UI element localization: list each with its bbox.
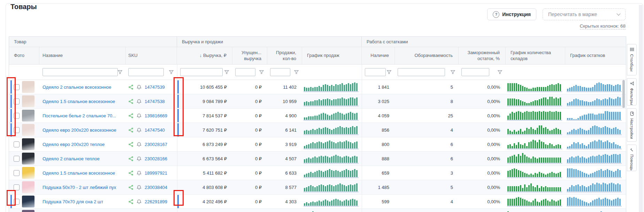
warehouses-chart[interactable] bbox=[507, 138, 561, 149]
filter-funnel-icon[interactable] bbox=[259, 70, 264, 74]
sales-chart[interactable] bbox=[304, 195, 358, 207]
page-scrollbar-track[interactable] bbox=[639, 5, 643, 212]
row-checkbox[interactable] bbox=[14, 113, 20, 119]
product-name-link[interactable]: Подушка 50x70 - 2 шт лебяжий пух bbox=[43, 185, 116, 190]
warehouses-chart[interactable] bbox=[507, 109, 561, 121]
turnover-filter-input[interactable] bbox=[398, 68, 445, 76]
sales-chart[interactable] bbox=[304, 109, 358, 121]
name-filter-input[interactable] bbox=[43, 68, 118, 76]
bell-icon[interactable] bbox=[137, 113, 141, 118]
missed-filter-input[interactable] bbox=[235, 68, 255, 76]
filter-funnel-icon[interactable] bbox=[169, 70, 174, 74]
row-checkbox[interactable] bbox=[14, 170, 20, 176]
sku-link[interactable]: 230038404 bbox=[145, 185, 167, 190]
col-frozen-stock[interactable]: Замороженный остаток, % bbox=[459, 47, 506, 64]
bell-icon[interactable] bbox=[137, 199, 141, 204]
sku-link[interactable]: 230028167 bbox=[145, 142, 167, 147]
product-photo[interactable] bbox=[22, 196, 34, 207]
stocks-chart[interactable] bbox=[567, 152, 621, 164]
frozen-filter-input[interactable] bbox=[461, 68, 489, 76]
stocks-chart[interactable] bbox=[567, 80, 621, 92]
row-checkbox[interactable] bbox=[14, 98, 20, 104]
product-photo[interactable] bbox=[22, 81, 34, 93]
sku-filter-input[interactable] bbox=[128, 68, 164, 76]
warehouses-chart[interactable] bbox=[507, 166, 561, 178]
share-icon[interactable] bbox=[128, 199, 133, 204]
bell-icon[interactable] bbox=[137, 99, 141, 104]
row-checkbox[interactable] bbox=[14, 84, 20, 90]
row-checkbox[interactable] bbox=[14, 156, 20, 162]
sku-link[interactable]: 14747538 bbox=[145, 99, 165, 104]
stocks-chart[interactable] bbox=[567, 109, 621, 121]
share-icon[interactable] bbox=[128, 127, 133, 133]
bell-icon[interactable] bbox=[137, 85, 141, 90]
sku-link[interactable]: 230028166 bbox=[145, 156, 167, 161]
sku-link[interactable]: 189997921 bbox=[145, 170, 167, 176]
sales-chart[interactable] bbox=[304, 95, 358, 107]
tab-settings[interactable]: Настройки bbox=[627, 108, 637, 142]
share-icon[interactable] bbox=[128, 85, 133, 90]
share-icon[interactable] bbox=[128, 113, 133, 118]
product-name-link[interactable]: Постельное белье 2 спальное 70... bbox=[43, 113, 116, 118]
stock-filter-input[interactable] bbox=[365, 68, 386, 76]
row-checkbox[interactable] bbox=[14, 141, 20, 147]
product-name-link[interactable]: Одеяло 2 спальное теплое bbox=[43, 156, 100, 161]
bell-icon[interactable] bbox=[137, 170, 141, 176]
col-sales-count[interactable]: Продажи, кол-во bbox=[267, 47, 302, 64]
col-missed-revenue[interactable]: Упущен... выручка bbox=[232, 47, 267, 64]
sku-link[interactable]: 14747539 bbox=[145, 85, 165, 90]
col-stocks-chart[interactable]: График остатков bbox=[565, 47, 623, 64]
col-revenue[interactable]: ↓ Выручка, ₽ bbox=[177, 47, 232, 64]
product-photo[interactable] bbox=[22, 95, 34, 107]
col-stock[interactable]: Наличие bbox=[362, 47, 395, 64]
filter-funnel-icon[interactable] bbox=[294, 70, 299, 74]
sales-chart[interactable] bbox=[304, 123, 358, 135]
warehouses-chart[interactable] bbox=[507, 152, 561, 164]
tab-help[interactable]: Помощь bbox=[627, 145, 637, 171]
warehouses-chart[interactable] bbox=[507, 181, 561, 192]
row-checkbox[interactable] bbox=[14, 199, 20, 205]
sku-link[interactable]: 14747540 bbox=[145, 127, 165, 133]
share-icon[interactable] bbox=[128, 99, 133, 104]
vertical-scrollbar[interactable] bbox=[622, 80, 625, 108]
product-photo[interactable] bbox=[22, 167, 34, 179]
row-checkbox[interactable] bbox=[14, 184, 20, 190]
revenue-filter-input[interactable] bbox=[180, 68, 223, 76]
stocks-chart[interactable] bbox=[567, 138, 621, 149]
row-checkbox[interactable] bbox=[14, 127, 20, 133]
product-photo[interactable] bbox=[22, 210, 34, 212]
stocks-chart[interactable] bbox=[567, 181, 621, 192]
warehouses-chart[interactable] bbox=[507, 80, 561, 92]
product-name-link[interactable]: Одеяло 1.5 спальное всесезонное bbox=[43, 99, 115, 104]
bell-icon[interactable] bbox=[137, 127, 141, 133]
sales-chart[interactable] bbox=[304, 138, 358, 149]
col-warehouses-chart[interactable]: График количества складов bbox=[506, 47, 565, 64]
stocks-chart[interactable] bbox=[567, 95, 621, 107]
stocks-chart[interactable] bbox=[567, 166, 621, 178]
stocks-chart[interactable] bbox=[567, 195, 621, 207]
share-icon[interactable] bbox=[128, 170, 133, 176]
product-photo[interactable] bbox=[22, 181, 34, 193]
sku-link[interactable]: 226291899 bbox=[145, 199, 167, 204]
product-name-link[interactable]: Подушка 70x70 для сна 2 шт bbox=[43, 199, 103, 204]
filter-funnel-icon[interactable] bbox=[387, 70, 391, 74]
product-photo[interactable] bbox=[22, 153, 34, 165]
sales-filter-input[interactable] bbox=[270, 68, 290, 76]
sales-chart[interactable] bbox=[304, 152, 358, 164]
sales-chart[interactable] bbox=[304, 209, 358, 212]
bell-icon[interactable] bbox=[137, 142, 141, 147]
col-sales-chart[interactable]: График продаж bbox=[302, 47, 362, 64]
col-turnover[interactable]: Оборачиваемость bbox=[395, 47, 459, 64]
tab-filters[interactable]: Фильтры bbox=[627, 78, 637, 105]
filter-funnel-icon[interactable] bbox=[224, 70, 229, 74]
share-icon[interactable] bbox=[128, 156, 133, 161]
instruction-button[interactable]: ? Инструкция bbox=[487, 8, 536, 20]
bell-icon[interactable] bbox=[137, 156, 141, 161]
product-name-link[interactable]: Одеяло 2 спальное всесезонное bbox=[43, 85, 111, 90]
sku-link[interactable]: 139816669 bbox=[145, 113, 167, 118]
col-name[interactable]: Название bbox=[39, 47, 126, 64]
product-name-link[interactable]: Одеяло евро 200x220 теплое bbox=[43, 142, 105, 147]
sales-chart[interactable] bbox=[304, 166, 358, 178]
warehouses-chart[interactable] bbox=[507, 123, 561, 135]
product-photo[interactable] bbox=[22, 138, 34, 150]
